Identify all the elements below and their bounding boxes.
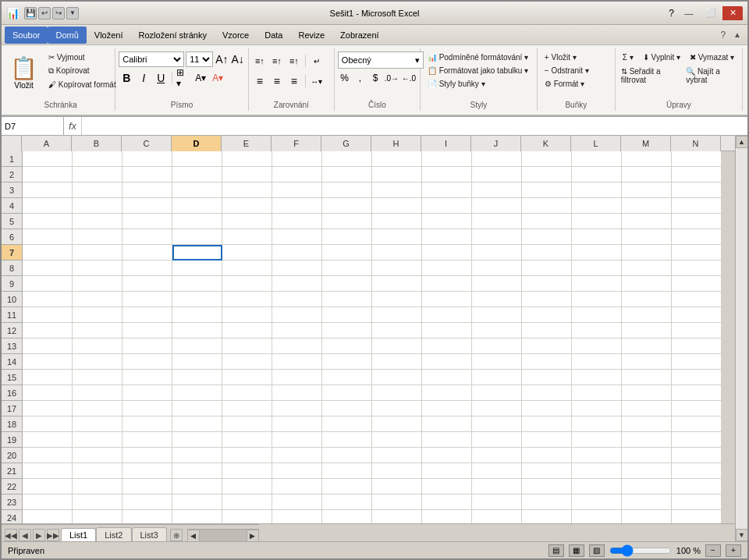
cell-I2[interactable]: [422, 167, 472, 183]
cell-A11[interactable]: [23, 307, 73, 323]
tab-data[interactable]: Data: [257, 27, 290, 44]
cell-G21[interactable]: [322, 463, 372, 479]
hscroll-right-button[interactable]: ▶: [247, 530, 259, 542]
col-header-h[interactable]: H: [371, 136, 421, 151]
cell-B10[interactable]: [73, 292, 122, 307]
sheet-tab-list1[interactable]: List1: [61, 528, 96, 541]
cell-G4[interactable]: [322, 198, 372, 214]
row-header-17[interactable]: 17: [2, 401, 22, 416]
number-format-dropdown[interactable]: Obecný ▾: [338, 51, 424, 69]
row-header-10[interactable]: 10: [2, 292, 22, 307]
cell-H19[interactable]: [372, 432, 422, 448]
cell-K17[interactable]: [522, 401, 572, 416]
cell-L16[interactable]: [572, 385, 622, 401]
cell-E16[interactable]: [222, 385, 272, 401]
cell-C22[interactable]: [122, 479, 172, 494]
merge-button[interactable]: ↔▾: [309, 74, 325, 88]
cell-A19[interactable]: [23, 432, 73, 448]
cell-D4[interactable]: [172, 198, 222, 214]
cell-E23[interactable]: [222, 494, 272, 510]
cell-A15[interactable]: [23, 370, 73, 385]
row-header-22[interactable]: 22: [2, 479, 22, 494]
cell-B9[interactable]: [73, 276, 122, 292]
cell-M2[interactable]: [622, 167, 672, 183]
cell-N21[interactable]: [672, 463, 722, 479]
cell-A7[interactable]: [23, 245, 73, 261]
cell-I18[interactable]: [422, 416, 472, 432]
help-icon[interactable]: ?: [666, 8, 677, 19]
cell-K24[interactable]: [522, 510, 572, 523]
cell-A12[interactable]: [23, 323, 73, 338]
col-header-c[interactable]: C: [122, 136, 172, 151]
cell-J19[interactable]: [472, 432, 522, 448]
cell-J1[interactable]: [472, 151, 522, 167]
row-header-4[interactable]: 4: [2, 198, 22, 214]
cell-N4[interactable]: [672, 198, 722, 214]
cell-G17[interactable]: [322, 401, 372, 416]
qat-undo[interactable]: ↩: [38, 7, 51, 19]
cell-J11[interactable]: [472, 307, 522, 323]
cell-C17[interactable]: [122, 401, 172, 416]
zoom-in-button[interactable]: +: [726, 544, 741, 557]
cell-H3[interactable]: [372, 183, 422, 198]
cell-K1[interactable]: [522, 151, 572, 167]
cell-G7[interactable]: [322, 245, 372, 261]
cell-C4[interactable]: [122, 198, 172, 214]
cell-C13[interactable]: [122, 338, 172, 354]
cell-E1[interactable]: [222, 151, 272, 167]
align-top-center-button[interactable]: ≡↑: [269, 54, 285, 68]
minimize-button[interactable]: —: [679, 6, 699, 20]
font-grow-button[interactable]: A↑: [215, 51, 229, 67]
cell-I23[interactable]: [422, 494, 472, 510]
cell-F12[interactable]: [272, 323, 322, 338]
cell-M18[interactable]: [622, 416, 672, 432]
cell-K21[interactable]: [522, 463, 572, 479]
cell-L2[interactable]: [572, 167, 622, 183]
tab-soubor[interactable]: Soubor: [5, 27, 48, 44]
cell-D8[interactable]: [172, 261, 222, 276]
col-header-k[interactable]: K: [521, 136, 571, 151]
cell-K6[interactable]: [522, 229, 572, 245]
format-button[interactable]: ⚙ Formát ▾: [541, 78, 612, 90]
cell-J2[interactable]: [472, 167, 522, 183]
cell-L11[interactable]: [572, 307, 622, 323]
cell-M23[interactable]: [622, 494, 672, 510]
decimal-decrease-button[interactable]: ←.0: [401, 70, 417, 86]
cell-G13[interactable]: [322, 338, 372, 354]
ribbon-help-icon[interactable]: ?: [717, 30, 729, 41]
cell-C10[interactable]: [122, 292, 172, 307]
hscroll-thumb[interactable]: [200, 530, 247, 541]
cell-J24[interactable]: [472, 510, 522, 523]
cell-K4[interactable]: [522, 198, 572, 214]
cell-H11[interactable]: [372, 307, 422, 323]
font-size-select[interactable]: 11: [186, 51, 213, 67]
cell-N17[interactable]: [672, 401, 722, 416]
cell-C16[interactable]: [122, 385, 172, 401]
cell-E3[interactable]: [222, 183, 272, 198]
cell-K5[interactable]: [522, 214, 572, 229]
cell-A21[interactable]: [23, 463, 73, 479]
row-header-16[interactable]: 16: [2, 385, 22, 401]
cell-K14[interactable]: [522, 354, 572, 370]
col-header-j[interactable]: J: [471, 136, 521, 151]
cell-N18[interactable]: [672, 416, 722, 432]
cell-D24[interactable]: [172, 510, 222, 523]
cell-C18[interactable]: [122, 416, 172, 432]
currency-button[interactable]: $: [368, 70, 382, 86]
cell-J18[interactable]: [472, 416, 522, 432]
cell-C24[interactable]: [122, 510, 172, 523]
cell-B11[interactable]: [73, 307, 122, 323]
cell-J13[interactable]: [472, 338, 522, 354]
cell-J9[interactable]: [472, 276, 522, 292]
cell-I17[interactable]: [422, 401, 472, 416]
align-left-button[interactable]: ≡: [252, 74, 268, 88]
col-header-n[interactable]: N: [671, 136, 721, 151]
row-header-3[interactable]: 3: [2, 183, 22, 198]
cell-D15[interactable]: [172, 370, 222, 385]
cell-G11[interactable]: [322, 307, 372, 323]
cell-A3[interactable]: [23, 183, 73, 198]
qat-more[interactable]: ▼: [66, 7, 79, 19]
cell-N16[interactable]: [672, 385, 722, 401]
cell-I20[interactable]: [422, 448, 472, 463]
cell-N5[interactable]: [672, 214, 722, 229]
